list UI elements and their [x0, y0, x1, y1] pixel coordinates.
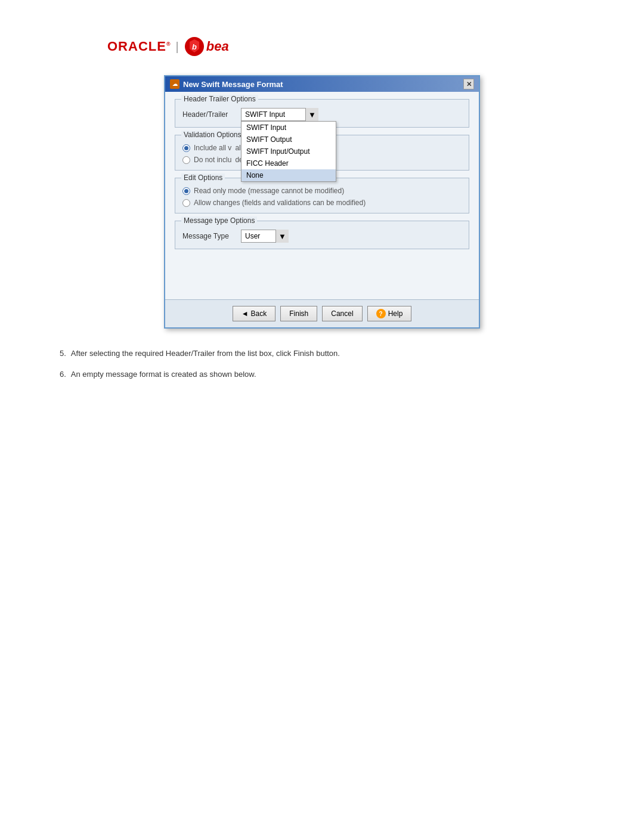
- message-type-select-wrapper[interactable]: User ▼: [241, 230, 289, 243]
- step-5-num: 5.: [60, 346, 66, 360]
- validation-include-label: Include all v: [194, 144, 231, 152]
- bea-icon: b: [184, 36, 205, 57]
- dialog-wrapper: ☁ New Swift Message Format ✕ Header Trai…: [48, 75, 596, 329]
- dialog-footer: ◄ Back Finish Cancel ? Help: [165, 299, 479, 327]
- svg-text:☁: ☁: [172, 81, 178, 87]
- cancel-label: Cancel: [331, 309, 353, 318]
- message-type-group: Message type Options Message Type User ▼: [175, 221, 469, 249]
- edit-allow-label: Allow changes (fields and validations ca…: [194, 199, 366, 207]
- help-label: Help: [388, 309, 403, 318]
- header-trailer-label: Header/Trailer: [182, 110, 236, 119]
- edit-radio-readonly[interactable]: Read only mode (message cannot be modifi…: [182, 187, 462, 195]
- dialog-titlebar: ☁ New Swift Message Format ✕: [165, 76, 479, 92]
- back-icon: ◄: [242, 309, 249, 318]
- header-trailer-group: Header Trailer Options Header/Trailer SW…: [175, 99, 469, 128]
- finish-label: Finish: [289, 309, 308, 318]
- help-button[interactable]: ? Help: [367, 306, 412, 321]
- dialog-body: Header Trailer Options Header/Trailer SW…: [165, 92, 479, 299]
- edit-readonly-label: Read only mode (message cannot be modifi…: [194, 187, 344, 195]
- edit-options-group: Edit Options Read only mode (message can…: [175, 178, 469, 213]
- message-type-label: Message Type: [182, 232, 236, 240]
- back-button[interactable]: ◄ Back: [233, 306, 276, 321]
- radio-readonly-icon[interactable]: [182, 187, 190, 195]
- bea-text: bea: [206, 39, 229, 54]
- dropdown-swift-input-output[interactable]: SWIFT Input/Output: [242, 145, 336, 157]
- bea-logo: b bea: [184, 36, 229, 57]
- logo-area: ORACLE® | b bea: [48, 36, 596, 57]
- dialog-title-icon: ☁: [170, 79, 179, 89]
- step-5: 5. After selecting the required Header/T…: [60, 346, 584, 360]
- new-swift-dialog: ☁ New Swift Message Format ✕ Header Trai…: [164, 75, 480, 329]
- dialog-spacer: [175, 256, 469, 292]
- cancel-button[interactable]: Cancel: [322, 306, 362, 321]
- dropdown-none[interactable]: None: [242, 169, 336, 181]
- oracle-logo: ORACLE®: [107, 39, 171, 54]
- validation-exclude-label: Do not inclu: [194, 156, 231, 164]
- header-trailer-dropdown[interactable]: SWIFT Input SWIFT Output SWIFT Input/Out…: [241, 121, 336, 182]
- back-label: Back: [251, 309, 267, 318]
- validation-legend: Validation Options: [181, 131, 244, 139]
- step-6-text: An empty message format is created as sh…: [71, 367, 256, 381]
- instructions: 5. After selecting the required Header/T…: [48, 346, 596, 382]
- oracle-text: ORACLE: [107, 39, 166, 54]
- dropdown-swift-input[interactable]: SWIFT Input: [242, 122, 336, 134]
- header-trailer-row: Header/Trailer SWIFT Input ▼ SWIFT Input…: [182, 108, 462, 121]
- svg-text:b: b: [192, 42, 197, 51]
- header-trailer-select[interactable]: SWIFT Input: [241, 108, 318, 121]
- edit-radio-allow-changes[interactable]: Allow changes (fields and validations ca…: [182, 199, 462, 207]
- header-trailer-select-wrapper[interactable]: SWIFT Input ▼ SWIFT Input SWIFT Output S…: [241, 108, 318, 121]
- dialog-title-left: ☁ New Swift Message Format: [170, 79, 283, 89]
- edit-legend: Edit Options: [181, 174, 225, 182]
- header-trailer-legend: Header Trailer Options: [181, 95, 258, 103]
- radio-include-icon[interactable]: [182, 144, 190, 152]
- step-5-text: After selecting the required Header/Trai…: [71, 346, 340, 360]
- dialog-title: New Swift Message Format: [183, 80, 283, 89]
- dialog-close-button[interactable]: ✕: [463, 79, 474, 89]
- dropdown-ficc-header[interactable]: FICC Header: [242, 157, 336, 169]
- radio-allow-icon[interactable]: [182, 199, 190, 207]
- step-6-num: 6.: [60, 367, 66, 381]
- step-6: 6. An empty message format is created as…: [60, 367, 584, 381]
- finish-button[interactable]: Finish: [280, 306, 317, 321]
- dropdown-swift-output[interactable]: SWIFT Output: [242, 134, 336, 145]
- oracle-tm: ®: [166, 41, 171, 47]
- message-type-legend: Message type Options: [181, 216, 257, 225]
- logo-divider: |: [176, 40, 179, 54]
- message-type-select[interactable]: User: [241, 230, 289, 243]
- message-type-row: Message Type User ▼: [182, 230, 462, 243]
- radio-exclude-icon[interactable]: [182, 156, 190, 164]
- help-icon: ?: [376, 309, 386, 318]
